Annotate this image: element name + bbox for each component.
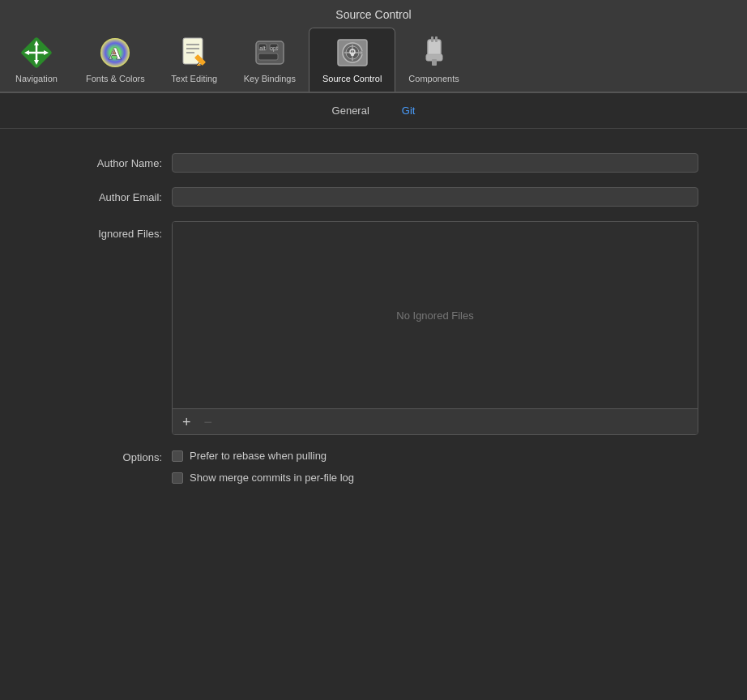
fonts-colors-icon: A — [97, 35, 133, 70]
window: Source Control Navigat — [0, 0, 747, 516]
source-control-icon-svg — [335, 35, 370, 70]
add-ignored-file-button[interactable]: + — [179, 415, 194, 429]
author-email-label: Author Email: — [49, 191, 162, 203]
toolbar-label-components: Components — [408, 74, 459, 83]
tab-bar: General Git — [0, 93, 747, 129]
option1-row: Prefer to rebase when pulling — [172, 450, 354, 462]
toolbar-item-navigation[interactable]: Navigation — [0, 28, 73, 92]
toolbar-label-key-bindings: Key Bindings — [244, 74, 296, 83]
key-bindings-icon: alt opt — [252, 35, 288, 70]
navigation-icon-svg — [19, 35, 54, 70]
ignored-empty-text: No Ignored Files — [396, 309, 473, 322]
components-icon-svg — [416, 35, 452, 70]
ignored-files-label: Ignored Files: — [49, 221, 162, 240]
toolbar-label-fonts-colors: Fonts & Colors — [86, 74, 145, 83]
toolbar-item-text-editing[interactable]: Text Editing — [158, 28, 231, 92]
tab-general[interactable]: General — [332, 105, 369, 120]
option2-label: Show merge commits in per-file log — [190, 472, 354, 484]
option2-checkbox[interactable] — [172, 472, 183, 484]
options-checkboxes: Prefer to rebase when pulling Show merge… — [172, 450, 354, 484]
svg-text:A: A — [109, 43, 122, 63]
components-icon — [416, 35, 452, 70]
window-title: Source Control — [0, 8, 747, 21]
svg-rect-32 — [435, 36, 438, 42]
svg-text:opt: opt — [270, 45, 278, 52]
option2-row: Show merge commits in per-file log — [172, 472, 354, 484]
options-label: Options: — [49, 450, 162, 463]
key-bindings-icon-svg: alt opt — [252, 35, 288, 70]
svg-rect-28 — [351, 53, 354, 56]
toolbar-label-text-editing: Text Editing — [171, 74, 217, 83]
ignored-files-list: No Ignored Files — [173, 222, 698, 408]
options-row: Options: Prefer to rebase when pulling S… — [49, 450, 698, 484]
title-bar: Source Control Navigat — [0, 0, 747, 92]
svg-point-29 — [360, 51, 363, 54]
ignored-files-row: Ignored Files: No Ignored Files + − — [49, 221, 698, 435]
ignored-files-container: No Ignored Files + − — [172, 221, 698, 435]
author-name-input[interactable] — [172, 153, 698, 173]
ignored-files-toolbar: + − — [173, 408, 698, 434]
toolbar-item-source-control[interactable]: Source Control — [309, 28, 395, 92]
svg-rect-34 — [432, 59, 437, 66]
source-control-icon — [335, 35, 370, 70]
author-name-row: Author Name: — [49, 153, 698, 173]
text-editing-icon-svg — [177, 35, 212, 70]
author-email-input[interactable] — [172, 187, 698, 207]
toolbar-label-source-control: Source Control — [322, 74, 382, 83]
option1-checkbox[interactable] — [172, 450, 183, 462]
tab-git[interactable]: Git — [402, 105, 416, 120]
author-name-label: Author Name: — [49, 157, 162, 169]
author-email-row: Author Email: — [49, 187, 698, 207]
svg-text:alt: alt — [259, 45, 265, 51]
text-editing-icon — [177, 35, 212, 70]
toolbar-item-key-bindings[interactable]: alt opt Key Bindings — [231, 28, 309, 92]
option1-label: Prefer to rebase when pulling — [190, 450, 327, 462]
svg-rect-31 — [431, 36, 433, 42]
fonts-colors-icon-svg: A — [97, 35, 133, 70]
toolbar-item-components[interactable]: Components — [395, 28, 472, 92]
navigation-icon — [19, 35, 54, 70]
svg-rect-19 — [258, 53, 278, 60]
toolbar-item-fonts-colors[interactable]: A Fonts & Colors — [73, 28, 158, 92]
toolbar-label-navigation: Navigation — [15, 74, 58, 83]
remove-ignored-file-button[interactable]: − — [201, 415, 216, 429]
content-area: Author Name: Author Email: Ignored Files… — [0, 129, 747, 516]
toolbar: Navigation — [0, 28, 747, 92]
